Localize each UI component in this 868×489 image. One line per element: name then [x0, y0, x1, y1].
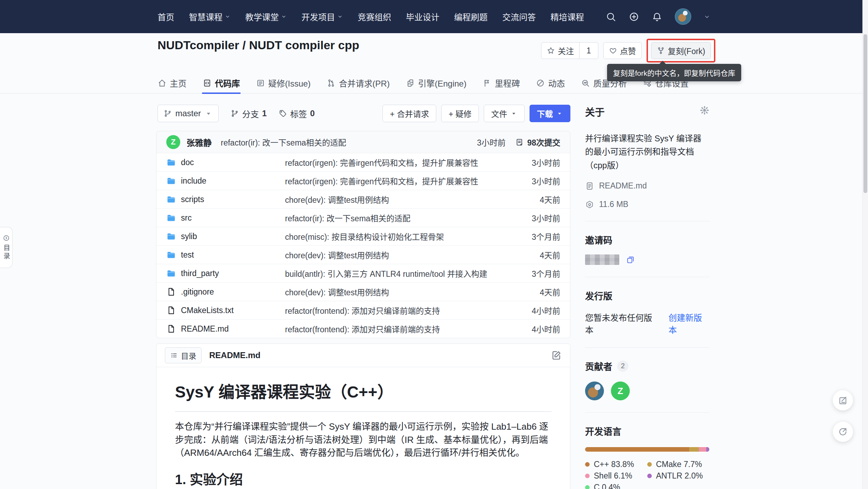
tab-code[interactable]: 代码库 — [203, 73, 240, 93]
nav-item-classrooms[interactable]: 教学课堂 — [245, 10, 287, 23]
table-row[interactable]: testchore(dev): 调整test用例结构4天前 — [156, 245, 570, 264]
file-name[interactable]: doc — [166, 157, 285, 167]
chevron-down-icon[interactable] — [704, 14, 710, 20]
tab-home[interactable]: 主页 — [158, 73, 187, 93]
user-avatar[interactable] — [675, 8, 691, 25]
file-name[interactable]: src — [166, 213, 285, 223]
activity-icon — [536, 79, 545, 88]
table-row[interactable]: third_partybuild(antlr): 引入第三方 ANTLR4 ru… — [156, 264, 570, 282]
watch-count[interactable]: 1 — [579, 43, 598, 59]
tab-engine[interactable]: 引擎(Engine) — [406, 73, 467, 93]
tab-milestones[interactable]: 里程碑 — [482, 73, 520, 93]
repo-sidebar: 关于 并行编译课程实验 SysY 编译器的最小可运行示例和指导文档（cpp版） … — [585, 105, 709, 489]
file-commit-message[interactable]: refactor(ir): 改一下sema相关的适配 — [285, 212, 508, 224]
files-dropdown[interactable]: 文件 — [484, 105, 525, 122]
tab-pulls[interactable]: 合并请求(PR) — [327, 73, 389, 93]
file-name[interactable]: scripts — [166, 194, 285, 204]
search-icon[interactable] — [606, 12, 616, 22]
contributor-avatar[interactable] — [585, 381, 604, 400]
edit-readme-icon[interactable] — [551, 350, 562, 361]
code-repo-icon — [203, 79, 212, 88]
file-commit-message[interactable]: chore(dev): 调整test用例结构 — [285, 193, 508, 205]
branches-link[interactable]: 分支 1 — [231, 108, 267, 120]
feedback-button[interactable] — [833, 390, 853, 410]
table-row[interactable]: includerefactor(irgen): 完善irgen代码和文档，提升扩… — [156, 171, 570, 190]
table-row[interactable]: scriptschore(dev): 调整test用例结构4天前 — [156, 190, 570, 208]
file-name[interactable]: README.md — [166, 324, 285, 334]
file-name[interactable]: third_party — [166, 268, 285, 278]
file-commit-message[interactable]: refactor(frontend): 添加对只编译前端的支持 — [285, 304, 508, 316]
commits-link[interactable]: 98次提交 — [515, 136, 560, 148]
nav-item-home[interactable]: 首页 — [158, 10, 174, 23]
file-name[interactable]: test — [166, 250, 285, 260]
fork-button[interactable]: 复刻(Fork) — [651, 42, 711, 59]
file-commit-message[interactable]: build(antlr): 引入第三方 ANTLR4 runtime/tool … — [285, 267, 508, 279]
file-commit-time: 4小时前 — [508, 304, 560, 316]
bell-icon[interactable] — [652, 12, 662, 22]
download-dropdown[interactable]: 下载 — [530, 105, 570, 122]
caret-down-icon — [204, 109, 213, 118]
file-name[interactable]: CMakeLists.txt — [166, 305, 285, 315]
language-dot — [647, 474, 652, 478]
file-icon — [166, 324, 176, 334]
nav-item-dev-projects[interactable]: 开发项目 — [301, 10, 343, 23]
document-icon — [585, 181, 594, 191]
tab-activity[interactable]: 动态 — [536, 73, 565, 93]
readme-link[interactable]: README.md — [585, 181, 709, 191]
gear-icon[interactable] — [700, 105, 709, 115]
quality-icon — [581, 79, 590, 88]
table-row[interactable]: sylibchore(misc): 按目录结构设计初始化工程骨架3个月前 — [156, 227, 570, 245]
tab-label: 主页 — [170, 77, 187, 89]
commit-message[interactable]: refactor(ir): 改一下sema相关的适配 — [221, 136, 471, 148]
plus-circle-icon[interactable] — [629, 12, 639, 22]
folder-icon — [166, 231, 176, 241]
file-commit-time: 3个月前 — [508, 267, 560, 279]
file-icon — [166, 287, 176, 297]
commit-author-avatar[interactable]: Z — [166, 135, 180, 149]
tab-issues[interactable]: 疑修(Issue) — [256, 73, 311, 93]
toc-float-tab[interactable]: 目录 — [0, 227, 13, 268]
file-commit-message[interactable]: chore(misc): 按目录结构设计初始化工程骨架 — [285, 230, 508, 242]
nav-item-training[interactable]: 精培课程 — [550, 10, 584, 23]
issue-icon — [256, 79, 265, 88]
file-name[interactable]: .gitignore — [166, 287, 285, 297]
branch-selector[interactable]: master — [158, 105, 219, 122]
watch-button[interactable]: 关注 — [541, 43, 579, 59]
nav-item-label: 精培课程 — [550, 10, 584, 23]
table-row[interactable]: docrefactor(irgen): 完善irgen代码和文档，提升扩展兼容性… — [156, 153, 570, 171]
readme-toc-button[interactable]: 目录 — [165, 347, 202, 363]
table-row[interactable]: srcrefactor(ir): 改一下sema相关的适配3小时前 — [156, 208, 570, 227]
language-label: Shell 6.1% — [594, 471, 632, 481]
file-commit-message[interactable]: refactor(irgen): 完善irgen代码和文档，提升扩展兼容性 — [285, 156, 508, 168]
nav-item-smart-courses[interactable]: 智慧课程 — [189, 10, 231, 23]
share-button[interactable] — [833, 422, 853, 442]
file-name[interactable]: include — [166, 176, 285, 186]
contributor-avatar[interactable]: Z — [611, 381, 630, 400]
file-commit-message[interactable]: chore(dev): 调整test用例结构 — [285, 286, 508, 298]
table-row[interactable]: CMakeLists.txtrefactor(frontend): 添加对只编译… — [156, 301, 570, 319]
file-commit-message[interactable]: refactor(frontend): 添加对只编译前端的支持 — [285, 323, 508, 335]
like-button[interactable]: 点赞 — [603, 42, 642, 59]
file-commit-message[interactable]: refactor(irgen): 完善irgen代码和文档，提升扩展兼容性 — [285, 175, 508, 187]
nav-item-qa[interactable]: 交流问答 — [502, 10, 536, 23]
nav-item-competitions[interactable]: 竞赛组织 — [358, 10, 391, 23]
commit-author[interactable]: 张雅静 — [187, 136, 212, 148]
contributors-count-badge: 2 — [617, 361, 628, 372]
file-commit-time: 4天前 — [508, 286, 560, 298]
create-release-link[interactable]: 创建新版本 — [669, 311, 709, 335]
chevron-down-icon — [281, 14, 287, 20]
tags-link[interactable]: 标签 0 — [279, 108, 315, 120]
file-commit-message[interactable]: chore(dev): 调整test用例结构 — [285, 249, 508, 261]
table-row[interactable]: README.mdrefactor(frontend): 添加对只编译前端的支持… — [156, 319, 570, 338]
nav-item-graduation[interactable]: 毕业设计 — [406, 10, 439, 23]
nav-item-coding-practice[interactable]: 编程刷题 — [454, 10, 488, 23]
file-name[interactable]: sylib — [166, 231, 285, 241]
scrollbar-track[interactable] — [862, 0, 868, 489]
new-pr-button[interactable]: + 合并请求 — [382, 105, 436, 122]
table-row[interactable]: .gitignorechore(dev): 调整test用例结构4天前 — [156, 282, 570, 301]
branch-icon — [163, 109, 172, 118]
copy-icon[interactable] — [626, 255, 635, 265]
nav-item-label: 教学课堂 — [245, 10, 279, 23]
scrollbar-thumb[interactable] — [863, 34, 867, 193]
new-issue-button[interactable]: + 疑修 — [441, 105, 479, 122]
